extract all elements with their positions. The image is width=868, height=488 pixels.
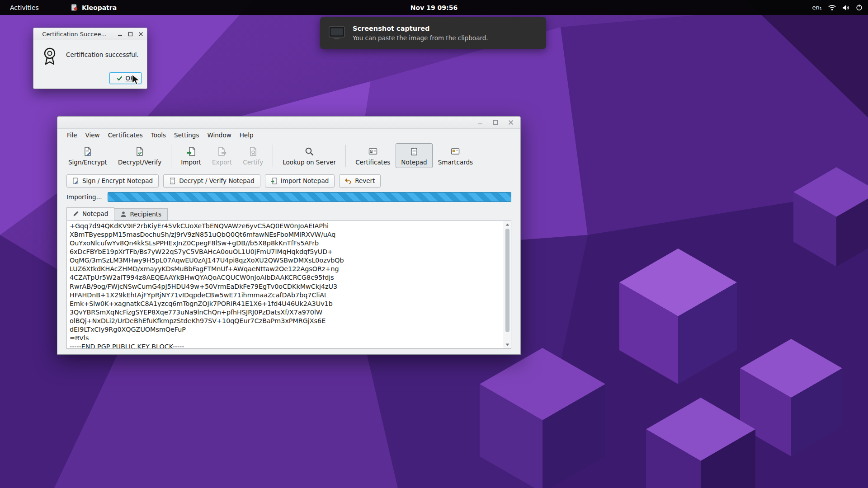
sign-encrypt-button[interactable]: Sign/Encrypt [63, 143, 113, 168]
maximize-button[interactable] [492, 119, 499, 126]
keyboard-layout-indicator[interactable]: en₁ [812, 4, 822, 11]
kleopatra-window: File View Certificates Tools Settings Wi… [57, 116, 521, 355]
decrypt-verify-button[interactable]: Decrypt/Verify [113, 143, 167, 168]
power-icon [856, 4, 863, 11]
menu-help[interactable]: Help [236, 130, 258, 141]
menu-settings[interactable]: Settings [170, 130, 203, 141]
minimize-button[interactable] [117, 31, 123, 37]
smartcards-view-button[interactable]: Smartcards [433, 143, 478, 168]
sign-encrypt-icon [83, 145, 93, 157]
tab-notepad[interactable]: Notepad [66, 207, 114, 221]
lookup-on-server-button[interactable]: Lookup on Server [277, 143, 341, 168]
decrypt-verify-notepad-icon [169, 178, 176, 184]
notification[interactable]: Screenshot captured You can paste the im… [320, 17, 546, 49]
notepad-frame: +Gqq7d94QKdKV9IF2rbKiyEr45VkCUoXeTbENQVA… [66, 221, 511, 349]
toolbar: Sign/Encrypt Decrypt/Verify Import Expor [57, 141, 520, 171]
sign-encrypt-notepad-button[interactable]: Sign / Encrypt Notepad [66, 174, 159, 188]
scrollbar[interactable] [504, 221, 511, 348]
window-titlebar[interactable] [57, 117, 520, 129]
screenshot-icon [328, 26, 345, 40]
notepad-text-area[interactable]: +Gqq7d94QKdKV9IF2rbKiyEr45VkCUoXeTbENQVA… [67, 221, 504, 348]
check-icon [117, 76, 123, 81]
certificates-view-button[interactable]: Certificates [350, 143, 396, 168]
menu-file[interactable]: File [63, 130, 81, 141]
tab-recipients[interactable]: Recipients [114, 208, 168, 221]
menu-certificates[interactable]: Certificates [104, 130, 147, 141]
clock[interactable]: Nov 19 09:56 [410, 4, 458, 11]
notepad-icon [409, 145, 419, 157]
notification-body: You can paste the image from the clipboa… [353, 34, 488, 42]
decrypt-verify-notepad-button[interactable]: Decrypt / Verify Notepad [163, 174, 260, 188]
smartcard-icon [450, 145, 460, 157]
import-notepad-button[interactable]: Import Notepad [265, 174, 335, 188]
scrollbar-thumb[interactable] [505, 229, 509, 332]
activities-label: Activities [10, 4, 39, 11]
certification-dialog: Certification Succee... Certification su… [33, 28, 147, 89]
revert-button[interactable]: Revert [339, 174, 381, 188]
import-progress: Importing... [66, 192, 511, 202]
certification-icon [40, 46, 60, 67]
menu-bar: File View Certificates Tools Settings Wi… [57, 129, 520, 141]
toolbar-separator [273, 145, 273, 167]
dialog-title: Certification Succee... [33, 31, 115, 38]
revert-icon [345, 178, 352, 184]
menu-tools[interactable]: Tools [147, 130, 170, 141]
app-menu-button[interactable]: Kleopatra [71, 4, 117, 11]
maximize-button[interactable] [127, 31, 133, 37]
system-status-area[interactable]: en₁ [812, 0, 863, 15]
import-notepad-icon [271, 178, 278, 184]
import-button[interactable]: Import [175, 143, 207, 168]
notification-title: Screenshot captured [353, 25, 488, 32]
activities-button[interactable]: Activities [0, 0, 49, 15]
sign-encrypt-notepad-icon [72, 178, 79, 184]
close-button[interactable] [137, 31, 144, 37]
decrypt-verify-icon [135, 145, 145, 157]
progress-label: Importing... [66, 193, 102, 201]
volume-icon [842, 5, 849, 11]
progress-bar [108, 192, 511, 202]
notepad-view-button[interactable]: Notepad [396, 143, 432, 168]
dialog-message: Certification successful. [66, 46, 139, 58]
export-icon [217, 145, 227, 157]
kleopatra-icon [71, 4, 78, 11]
app-menu-label: Kleopatra [82, 4, 117, 11]
certify-icon [248, 145, 258, 157]
menu-view[interactable]: View [81, 130, 104, 141]
wifi-icon [828, 5, 836, 11]
menu-window[interactable]: Window [203, 130, 235, 141]
minimize-button[interactable] [477, 119, 483, 126]
person-icon [120, 211, 127, 217]
scrollbar-down-arrow[interactable] [504, 341, 511, 348]
certificates-icon [368, 145, 378, 157]
notepad-actions: Sign / Encrypt Notepad Decrypt / Verify … [66, 174, 511, 188]
toolbar-separator [345, 145, 346, 167]
import-icon [186, 145, 196, 157]
top-bar: Activities Kleopatra Nov 19 09:56 en₁ [0, 0, 868, 15]
export-button: Export [207, 143, 237, 168]
toolbar-separator [171, 145, 171, 167]
close-button[interactable] [508, 119, 514, 126]
pencil-icon [73, 211, 79, 217]
desktop: Activities Kleopatra Nov 19 09:56 en₁ [0, 0, 868, 488]
scrollbar-up-arrow[interactable] [504, 221, 511, 228]
dialog-titlebar[interactable]: Certification Succee... [33, 28, 147, 40]
tab-bar: Notepad Recipients [66, 207, 511, 221]
search-icon [304, 145, 314, 157]
certify-button: Certify [237, 143, 269, 168]
mouse-cursor [132, 74, 142, 86]
